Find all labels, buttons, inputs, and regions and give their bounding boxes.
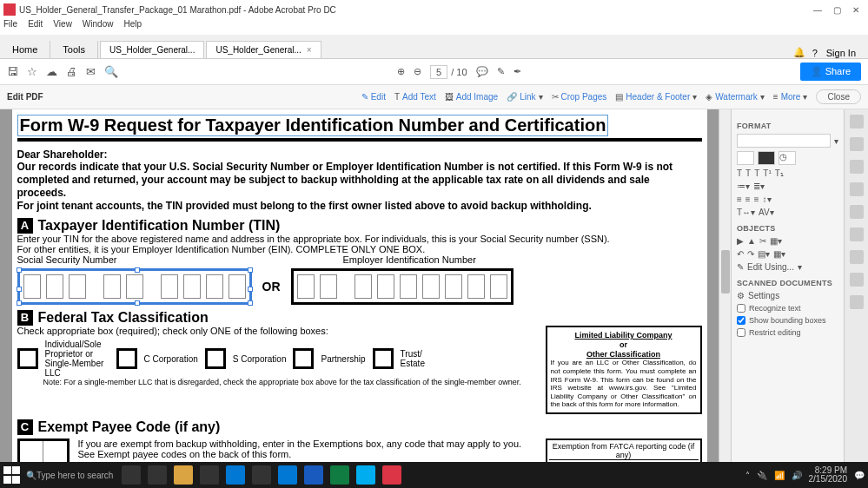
share-button[interactable]: 👤 Share: [800, 63, 861, 81]
line-spacing-icon[interactable]: ↕▾: [763, 195, 772, 204]
bold-icon[interactable]: T: [737, 168, 742, 178]
rail-icon-3[interactable]: [850, 160, 864, 174]
restrict-checkbox[interactable]: [737, 328, 745, 337]
tray-notification-icon[interactable]: 💬: [854, 471, 865, 480]
edge-icon[interactable]: [278, 465, 297, 485]
add-text-tool[interactable]: T Add Text: [394, 92, 436, 102]
llc-box[interactable]: Limited Liability Company or Other Class…: [546, 326, 702, 414]
rail-icon-9[interactable]: [850, 295, 864, 309]
section-c-instr1[interactable]: If you are exempt from backup withholdin…: [78, 439, 537, 449]
tray-power-icon[interactable]: 🔌: [757, 471, 767, 480]
store-icon[interactable]: [200, 465, 219, 485]
font-color[interactable]: [758, 151, 775, 165]
search-icon[interactable]: 🔍: [104, 65, 118, 78]
rail-icon-4[interactable]: [850, 182, 864, 196]
replace-icon[interactable]: ▦▾: [770, 236, 782, 246]
intro-para2[interactable]: For joint tenant accounts, the TIN provi…: [17, 200, 702, 213]
menu-edit[interactable]: Edit: [28, 19, 43, 35]
menu-view[interactable]: View: [53, 19, 72, 35]
sub-icon[interactable]: T₁: [775, 168, 784, 178]
rail-icon-1[interactable]: [850, 115, 864, 129]
align-right-icon[interactable]: ≡: [754, 195, 759, 204]
char-space-icon[interactable]: AV▾: [759, 208, 774, 217]
opt-individual[interactable]: Individual/Sole Proprietor or Single-Mem…: [45, 340, 109, 378]
check-trust[interactable]: [373, 348, 394, 369]
chevron-down-icon-2[interactable]: ▾: [798, 262, 802, 272]
tray-wifi-icon[interactable]: 📶: [774, 471, 785, 480]
tray-chevron-icon[interactable]: ˄: [745, 471, 750, 480]
menu-file[interactable]: File: [3, 19, 17, 35]
rail-icon-8[interactable]: [850, 273, 864, 287]
font-size[interactable]: [737, 151, 754, 165]
search-icon-tb[interactable]: 🔍: [26, 471, 36, 480]
save-icon[interactable]: 🖫: [7, 65, 18, 78]
print-icon[interactable]: 🖨: [66, 65, 77, 78]
star-icon[interactable]: ☆: [27, 65, 37, 78]
doc-tab-2[interactable]: US_Holder_General...×: [206, 41, 321, 58]
recognize-checkbox[interactable]: [737, 304, 745, 313]
horiz-scale-icon[interactable]: T↔▾: [737, 208, 755, 217]
mail-icon[interactable]: ✉: [86, 65, 96, 78]
more-tool[interactable]: ≡ More ▾: [773, 92, 808, 102]
tab-home[interactable]: Home: [0, 41, 50, 58]
chevron-down-icon[interactable]: ▾: [834, 136, 838, 146]
align-left-icon[interactable]: ≡: [737, 195, 742, 204]
close-editbar-button[interactable]: Close: [816, 89, 861, 104]
section-b-note[interactable]: Note: For a single-member LLC that is di…: [43, 378, 539, 386]
dear-line[interactable]: Dear Shareholder:: [17, 148, 702, 161]
section-c-label[interactable]: Exempt Payee Code (if any): [38, 419, 221, 435]
link-tool[interactable]: 🔗 Link ▾: [507, 92, 542, 102]
rail-icon-5[interactable]: [850, 205, 864, 219]
rail-icon-6[interactable]: [850, 228, 864, 241]
excel-icon[interactable]: [330, 465, 349, 485]
start-button[interactable]: [3, 466, 21, 484]
align-center-icon[interactable]: ≡: [745, 195, 751, 204]
maximize-button[interactable]: ▢: [828, 5, 845, 15]
header-footer-tool[interactable]: ▤ Header & Footer ▾: [615, 92, 697, 102]
number-list-icon[interactable]: ≣▾: [753, 181, 765, 191]
chrome-icon[interactable]: [252, 465, 271, 485]
search-placeholder[interactable]: Type here to search: [36, 471, 113, 480]
check-individual[interactable]: [17, 348, 38, 369]
fatca-box[interactable]: Exemption from FATCA reporting code (if …: [546, 439, 702, 462]
section-a-instr1[interactable]: Enter your TIN for the above registered …: [17, 234, 702, 244]
watermark-tool[interactable]: ◈ Watermark ▾: [706, 92, 765, 102]
comment-icon[interactable]: 💬: [476, 66, 488, 77]
section-c-instr2[interactable]: See Exempt payee codes on the back of th…: [78, 449, 537, 459]
section-a-label[interactable]: Taxpayer Identification Number (TIN): [38, 218, 281, 234]
opt-scorp[interactable]: S Corporation: [233, 354, 287, 364]
stopwatch-icon[interactable]: ◷: [779, 151, 796, 165]
edit-tool[interactable]: ✎ Edit: [361, 92, 386, 102]
doc-scrollbar[interactable]: [719, 109, 731, 462]
page-current[interactable]: 5: [430, 65, 447, 79]
flip-v-icon[interactable]: ▲: [747, 236, 756, 246]
exempt-code-box[interactable]: [17, 439, 70, 462]
intro-para1[interactable]: Our records indicate that your U.S. Soci…: [17, 161, 702, 200]
tray-date[interactable]: 2/15/2020: [809, 475, 848, 484]
opt-ccorp[interactable]: C Corporation: [144, 354, 198, 364]
underline-icon[interactable]: T: [754, 168, 759, 178]
section-a-instr2[interactable]: For other entities, it is your Employer …: [17, 244, 702, 254]
close-tab-icon[interactable]: ×: [307, 45, 312, 55]
opt-trust[interactable]: Trust/ Estate: [401, 349, 427, 368]
blizzard-icon[interactable]: [356, 465, 375, 485]
taskview-icon[interactable]: [148, 465, 167, 485]
add-image-tool[interactable]: 🖼 Add Image: [445, 92, 498, 102]
form-title[interactable]: Form W-9 Request for Taxpayer Identifica…: [17, 115, 702, 142]
doc-tab-1[interactable]: US_Holder_General...: [100, 41, 204, 58]
ein-label[interactable]: Employer Identification Number: [342, 254, 475, 265]
tray-volume-icon[interactable]: 🔊: [792, 471, 802, 480]
ssn-box[interactable]: [17, 268, 252, 305]
cloud-icon[interactable]: ☁: [46, 65, 57, 78]
page-up-icon[interactable]: ⊕: [397, 66, 405, 77]
document-area[interactable]: Form W-9 Request for Taxpayer Identifica…: [0, 109, 719, 462]
word-icon[interactable]: [304, 465, 323, 485]
mail-app-icon[interactable]: [226, 465, 245, 485]
ssn-label[interactable]: Social Security Number: [17, 254, 117, 265]
rail-icon-2[interactable]: [850, 137, 864, 151]
notification-icon[interactable]: 🔔: [793, 47, 805, 58]
settings-label[interactable]: Settings: [748, 291, 779, 300]
minimize-button[interactable]: —: [809, 5, 826, 15]
crop-tool[interactable]: ✂ Crop Pages: [552, 92, 607, 102]
font-select[interactable]: [737, 134, 831, 148]
